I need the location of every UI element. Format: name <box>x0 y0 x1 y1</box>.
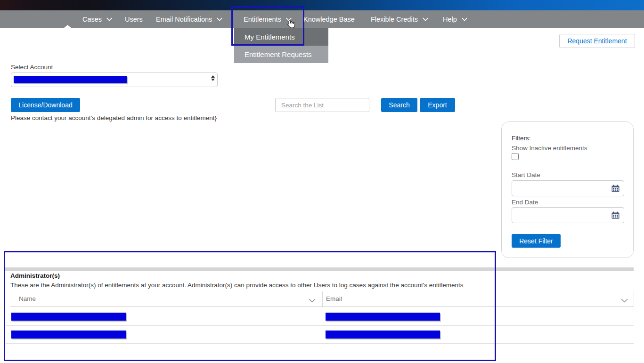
home-icon <box>64 26 72 34</box>
row-separator <box>6 325 634 326</box>
select-spinner-icon[interactable] <box>211 74 215 85</box>
export-button[interactable]: Export <box>420 98 455 112</box>
nav-item-help[interactable]: Help <box>443 10 467 28</box>
redacted-account-value <box>14 76 127 83</box>
end-date-input[interactable] <box>512 207 624 223</box>
search-input[interactable] <box>275 98 369 112</box>
filters-panel: Filters: Show Inactive entitlements Star… <box>501 121 634 258</box>
delegated-admin-note: Please contact your account's delegated … <box>11 114 217 121</box>
column-divider <box>322 291 323 307</box>
nav-item-knowledge-base[interactable]: Knowledge Base <box>303 10 355 28</box>
chevron-down-icon <box>286 17 292 21</box>
menu-item-my-entitlements[interactable]: My Entitlements <box>234 28 328 46</box>
section-divider-bar <box>4 267 634 271</box>
redacted-name-value <box>11 313 126 321</box>
chevron-down-icon <box>106 17 112 21</box>
start-date-input[interactable] <box>512 180 624 196</box>
select-account-label: Select Account <box>11 64 53 71</box>
administrators-description: These are the Administrator(s) of entitl… <box>10 282 464 289</box>
start-date-label: Start Date <box>512 171 540 178</box>
administrators-title: Administrator(s) <box>10 272 60 279</box>
account-select[interactable] <box>11 73 218 87</box>
row-separator <box>6 343 634 344</box>
menu-item-entitlement-requests[interactable]: Entitlement Requests <box>234 46 328 63</box>
nav-item-label: Users <box>125 16 143 23</box>
nav-item-email-notifications[interactable]: Email Notifications <box>156 10 222 28</box>
calendar-icon[interactable] <box>611 185 620 194</box>
chevron-down-icon <box>462 17 467 21</box>
nav-item-flexible-credits[interactable]: Flexible Credits <box>371 10 428 28</box>
menu-item-label: My Entitlements <box>245 33 295 41</box>
chevron-down-icon <box>217 17 222 21</box>
chevron-down-icon[interactable] <box>309 296 316 305</box>
nav-item-label: Knowledge Base <box>303 16 355 23</box>
column-header-email: Email <box>326 295 342 302</box>
search-button[interactable]: Search <box>381 98 417 112</box>
chevron-down-icon <box>423 17 428 21</box>
chevron-down-icon[interactable] <box>621 296 628 305</box>
entitlements-dropdown-menu: My Entitlements Entitlement Requests <box>234 28 328 63</box>
nav-item-entitlements[interactable]: Entitlements <box>244 10 292 28</box>
filters-title: Filters: <box>512 135 531 142</box>
request-entitlement-button[interactable]: Request Entitlement <box>559 34 635 48</box>
nav-item-label: Email Notifications <box>156 16 212 23</box>
entitlements-page: Cases Users Email Notifications Entitlem… <box>0 0 644 363</box>
reset-filter-button[interactable]: Reset Filter <box>512 234 561 248</box>
nav-item-label: Flexible Credits <box>371 16 418 23</box>
top-banner-image <box>0 0 644 10</box>
main-navbar: Cases Users Email Notifications Entitlem… <box>0 10 644 28</box>
end-date-label: End Date <box>512 199 538 206</box>
menu-item-label: Entitlement Requests <box>245 50 312 58</box>
nav-item-label: Help <box>443 16 457 23</box>
redacted-name-value <box>11 331 126 339</box>
redacted-email-value <box>326 331 440 339</box>
nav-item-label: Entitlements <box>244 16 281 23</box>
nav-item-users[interactable]: Users <box>125 10 143 28</box>
column-header-name: Name <box>19 295 36 302</box>
table-right-edge <box>634 291 634 307</box>
home-button[interactable] <box>64 25 72 34</box>
calendar-icon[interactable] <box>611 211 620 221</box>
table-header-border <box>10 307 634 307</box>
show-inactive-checkbox[interactable] <box>512 153 519 160</box>
show-inactive-label: Show Inactive entitlements <box>512 145 587 152</box>
nav-item-label: Cases <box>82 16 102 23</box>
license-download-button[interactable]: License/Download <box>11 98 80 112</box>
nav-item-cases[interactable]: Cases <box>82 10 112 28</box>
redacted-email-value <box>326 313 440 321</box>
